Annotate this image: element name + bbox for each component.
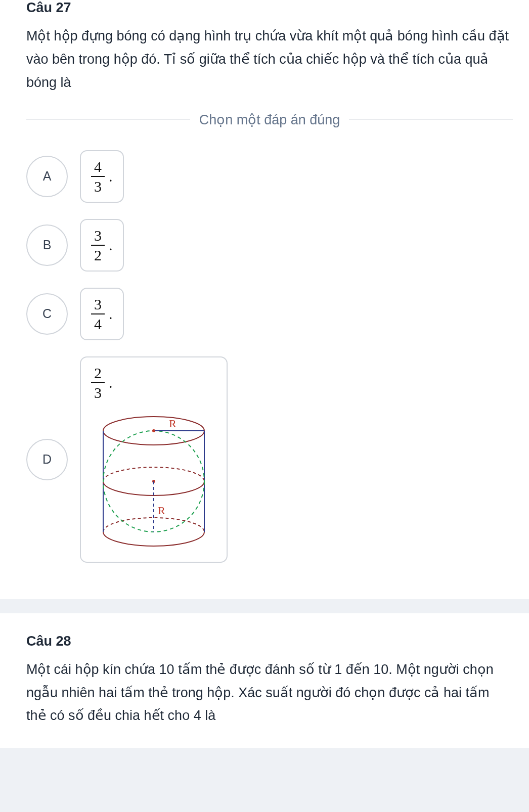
fraction-denominator: 3 <box>91 383 105 401</box>
period: . <box>109 374 113 391</box>
question-28: Câu 28 Một cái hộp kín chứa 10 tấm thẻ đ… <box>0 613 529 748</box>
option-content: 3 4 . <box>80 288 124 340</box>
fraction-denominator: 3 <box>91 177 105 195</box>
option-c[interactable]: C 3 4 . <box>26 288 513 340</box>
svg-point-5 <box>152 429 155 432</box>
option-letter: D <box>26 439 68 480</box>
question-title: Câu 27 <box>26 0 513 16</box>
fraction-numerator: 3 <box>91 296 105 314</box>
option-b[interactable]: B 3 2 . <box>26 219 513 272</box>
option-content: 3 2 . <box>80 219 124 272</box>
question-body: Một hộp đựng bóng có dạng hình trụ chứa … <box>26 25 513 95</box>
period: . <box>109 237 113 254</box>
option-letter: A <box>26 156 68 197</box>
fraction-numerator: 4 <box>91 158 105 177</box>
question-title: Câu 28 <box>26 634 513 649</box>
question-body: Một cái hộp kín chứa 10 tấm thẻ được đán… <box>26 658 513 728</box>
divider <box>349 119 513 120</box>
radius-label-bottom: R <box>158 504 165 517</box>
option-letter: B <box>26 224 68 266</box>
option-a[interactable]: A 4 3 . <box>26 150 513 203</box>
period: . <box>109 168 113 185</box>
divider <box>26 119 190 120</box>
radius-label-top: R <box>169 417 177 430</box>
option-content: 2 3 . <box>80 356 228 563</box>
fraction-numerator: 2 <box>91 365 105 383</box>
period: . <box>109 305 113 323</box>
instruction-text: Chọn một đáp án đúng <box>190 112 349 128</box>
option-d[interactable]: D 2 3 . <box>26 356 513 563</box>
fraction-denominator: 2 <box>91 246 105 263</box>
instruction-row: Chọn một đáp án đúng <box>26 112 513 128</box>
option-content: 4 3 . <box>80 150 124 203</box>
option-letter: C <box>26 293 68 335</box>
fraction-numerator: 3 <box>91 227 105 246</box>
fraction-denominator: 4 <box>91 314 105 332</box>
question-27: Câu 27 Một hộp đựng bóng có dạng hình tr… <box>0 0 529 599</box>
cylinder-sphere-diagram: R R <box>93 408 214 555</box>
